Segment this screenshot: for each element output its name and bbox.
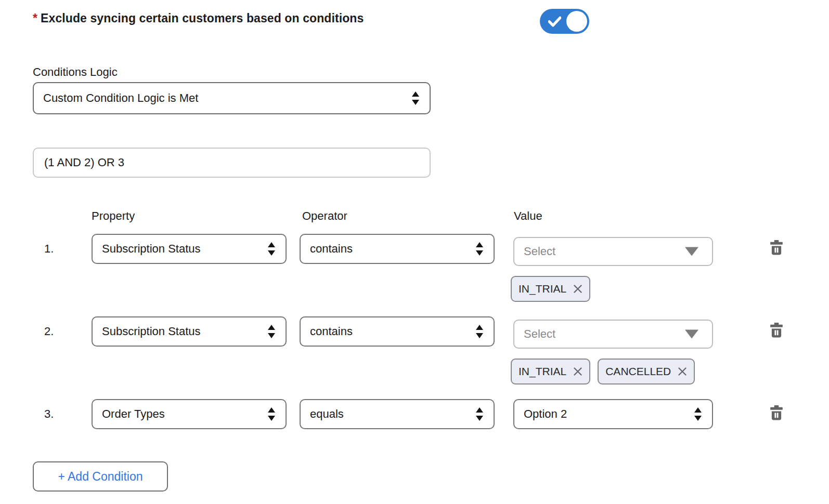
column-header-operator: Operator — [302, 209, 347, 223]
chevron-updown-icon — [412, 91, 419, 105]
chevron-updown-icon — [268, 407, 275, 421]
tag-label: CANCELLED — [605, 365, 671, 378]
chevron-updown-icon — [476, 325, 483, 338]
dropdown-arrow-icon — [685, 330, 698, 339]
property-select-row2[interactable]: Subscription Status — [92, 316, 287, 347]
value-placeholder: Select — [524, 245, 555, 258]
tag-label: IN_TRIAL — [519, 283, 566, 295]
exclude-sync-toggle[interactable] — [540, 9, 589, 34]
condition-row-number: 3. — [44, 407, 54, 421]
value-tags-row1: IN_TRIAL — [511, 276, 590, 302]
trash-icon[interactable] — [770, 323, 783, 338]
close-icon[interactable] — [677, 366, 688, 377]
close-icon[interactable] — [573, 366, 583, 377]
chevron-updown-icon — [694, 407, 702, 421]
value-multiselect-row2[interactable]: Select — [513, 320, 713, 349]
value-select-row3[interactable]: Option 2 — [513, 399, 713, 429]
property-select-row3[interactable]: Order Types — [92, 399, 287, 429]
chevron-updown-icon — [268, 325, 275, 338]
value-placeholder: Select — [524, 327, 555, 341]
value-multiselect-row1[interactable]: Select — [513, 237, 713, 266]
operator-select-row2[interactable]: contains — [300, 316, 495, 347]
add-condition-button[interactable]: + Add Condition — [33, 461, 168, 492]
toggle-knob — [566, 11, 587, 32]
value-tag: CANCELLED — [598, 359, 695, 384]
value-tag: IN_TRIAL — [511, 359, 590, 384]
conditions-logic-select[interactable]: Custom Condition Logic is Met — [33, 82, 431, 114]
required-asterisk: * — [33, 11, 37, 25]
operator-selected-value: equals — [310, 407, 344, 421]
custom-logic-input[interactable] — [33, 148, 431, 178]
property-selected-value: Subscription Status — [102, 242, 201, 256]
value-tags-row2: IN_TRIAL CANCELLED — [511, 359, 695, 384]
close-icon[interactable] — [573, 284, 583, 294]
section-title-text: Exclude syncing certain customers based … — [41, 11, 364, 25]
operator-select-row3[interactable]: equals — [300, 399, 495, 429]
tag-label: IN_TRIAL — [519, 365, 566, 378]
trash-icon[interactable] — [770, 240, 783, 255]
column-header-property: Property — [92, 209, 135, 223]
operator-selected-value: contains — [310, 242, 353, 256]
column-header-value: Value — [514, 209, 542, 223]
property-select-row1[interactable]: Subscription Status — [92, 234, 287, 264]
condition-row-number: 2. — [44, 325, 54, 338]
trash-icon[interactable] — [770, 405, 783, 420]
conditions-logic-label: Conditions Logic — [33, 65, 118, 79]
value-selected-value: Option 2 — [524, 407, 567, 421]
check-icon — [548, 16, 561, 29]
dropdown-arrow-icon — [685, 247, 698, 256]
condition-row-number: 1. — [44, 242, 54, 256]
chevron-updown-icon — [268, 242, 275, 256]
property-selected-value: Order Types — [102, 407, 165, 421]
property-selected-value: Subscription Status — [102, 325, 201, 338]
conditions-logic-selected-value: Custom Condition Logic is Met — [43, 91, 198, 105]
chevron-updown-icon — [476, 407, 483, 421]
section-title: *Exclude syncing certain customers based… — [33, 11, 364, 25]
value-tag: IN_TRIAL — [511, 276, 590, 302]
chevron-updown-icon — [476, 242, 483, 256]
operator-selected-value: contains — [310, 325, 353, 338]
operator-select-row1[interactable]: contains — [300, 234, 495, 264]
